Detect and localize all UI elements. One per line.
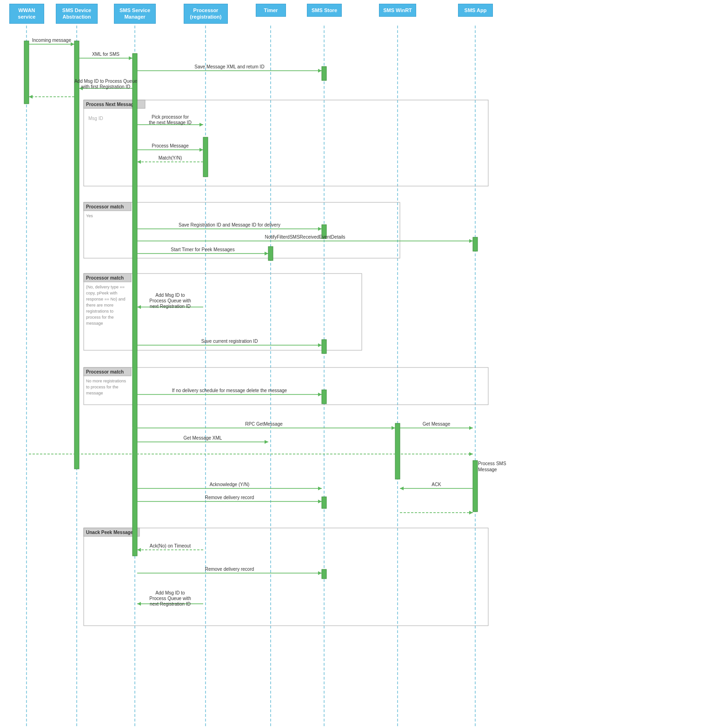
svg-text:Process Next Message: Process Next Message — [86, 102, 137, 107]
svg-text:Yes: Yes — [86, 214, 93, 218]
svg-text:If no delivery schedule for me: If no delivery schedule for message dele… — [172, 388, 287, 393]
svg-text:process for the: process for the — [86, 315, 114, 320]
svg-rect-37 — [203, 137, 208, 177]
actor-sms_store: SMS Store — [307, 4, 342, 17]
svg-text:Get Message: Get Message — [423, 421, 451, 427]
svg-text:Get Message XML: Get Message XML — [184, 435, 222, 441]
svg-text:Msg ID: Msg ID — [88, 116, 103, 121]
svg-text:Process Message: Process Message — [152, 143, 189, 148]
svg-text:(No, delivery type ==: (No, delivery type == — [86, 285, 125, 289]
svg-marker-103 — [469, 452, 473, 456]
svg-marker-91 — [318, 393, 322, 396]
svg-text:Save Message XML and return ID: Save Message XML and return ID — [194, 64, 264, 69]
svg-rect-39 — [322, 67, 326, 80]
svg-text:RPC GetMessage: RPC GetMessage — [245, 421, 283, 427]
svg-rect-8 — [84, 100, 488, 186]
svg-text:message: message — [86, 391, 103, 395]
svg-text:NotifyFilterdSMSReceivedEventD: NotifyFilterdSMSReceivedEventDetails — [265, 234, 345, 240]
svg-text:to process for the: to process for the — [86, 385, 119, 389]
svg-text:Remove delivery record: Remove delivery record — [205, 495, 254, 500]
svg-rect-36 — [133, 53, 137, 556]
svg-text:Remove delivery record: Remove delivery record — [205, 567, 254, 572]
svg-text:Processor match: Processor match — [86, 204, 124, 209]
svg-text:Start Timer for Peek Messages: Start Timer for Peek Messages — [171, 247, 234, 252]
svg-marker-97 — [469, 426, 473, 430]
svg-text:Pick processor for: Pick processor for — [152, 114, 189, 120]
svg-rect-15 — [84, 274, 362, 350]
svg-rect-38 — [268, 247, 273, 260]
svg-rect-16 — [84, 274, 131, 282]
svg-marker-122 — [137, 602, 141, 606]
svg-text:Process Queue with: Process Queue with — [149, 596, 191, 601]
svg-text:Save current registration ID: Save current registration ID — [201, 339, 258, 344]
svg-rect-46 — [473, 237, 478, 251]
svg-text:Acknowledge (Y/N): Acknowledge (Y/N) — [210, 482, 250, 487]
svg-marker-111 — [318, 500, 322, 503]
svg-text:No more registrations: No more registrations — [86, 379, 126, 383]
svg-text:Incoming message: Incoming message — [32, 38, 71, 43]
svg-text:the next Message ID: the next Message ID — [149, 120, 192, 125]
svg-rect-42 — [322, 390, 326, 404]
svg-marker-105 — [318, 487, 322, 490]
svg-marker-55 — [318, 69, 322, 73]
actor-timer: Timer — [256, 4, 286, 17]
svg-rect-32 — [84, 528, 139, 536]
svg-marker-94 — [392, 426, 395, 430]
svg-text:message: message — [86, 321, 103, 326]
actor-sms_device: SMS Device Abstraction — [56, 4, 98, 24]
svg-text:Message: Message — [478, 467, 497, 472]
svg-text:Process Queue with: Process Queue with — [149, 298, 191, 303]
svg-text:next Registration ID: next Registration ID — [150, 601, 191, 607]
svg-text:response == No) and: response == No) and — [86, 297, 126, 301]
svg-rect-26 — [84, 367, 131, 376]
svg-rect-45 — [395, 423, 400, 479]
svg-text:next Registration ID: next Registration ID — [150, 304, 191, 309]
svg-text:Add Msg ID to: Add Msg ID to — [155, 293, 185, 298]
svg-marker-80 — [265, 252, 268, 255]
svg-marker-77 — [469, 239, 473, 243]
svg-text:Match(Y/N): Match(Y/N) — [159, 155, 182, 160]
svg-marker-52 — [129, 56, 133, 60]
svg-text:Processor match: Processor match — [86, 275, 124, 281]
svg-marker-88 — [318, 343, 322, 347]
svg-marker-62 — [29, 95, 33, 99]
diagram-container: Process Next MessageProcessor matchYesPr… — [0, 0, 704, 728]
svg-rect-41 — [322, 340, 326, 354]
svg-marker-49 — [71, 42, 74, 46]
svg-rect-44 — [322, 569, 326, 579]
actor-processor: Processor (registration) — [184, 4, 228, 24]
svg-text:Process SMS: Process SMS — [478, 461, 506, 466]
svg-marker-58 — [79, 87, 83, 90]
actor-wwan: WWAN service — [9, 4, 44, 24]
svg-rect-34 — [24, 41, 29, 104]
svg-marker-119 — [318, 571, 322, 575]
svg-text:Save Registration ID and Messa: Save Registration ID and Message ID for … — [179, 222, 280, 227]
actor-sms_winrt: SMS WinRT — [379, 4, 416, 17]
actor-sms_app: SMS App — [458, 4, 493, 17]
svg-rect-9 — [84, 100, 145, 108]
svg-text:XML for SMS: XML for SMS — [92, 52, 120, 57]
svg-text:Ack(No) on Timeout: Ack(No) on Timeout — [150, 543, 191, 548]
svg-marker-108 — [400, 487, 404, 490]
svg-text:Add Msg ID to: Add Msg ID to — [155, 590, 185, 595]
svg-rect-31 — [84, 528, 488, 626]
svg-text:Processor match: Processor match — [86, 369, 124, 374]
svg-marker-74 — [318, 227, 322, 231]
svg-marker-114 — [469, 511, 473, 514]
svg-rect-35 — [74, 41, 79, 469]
svg-marker-116 — [137, 548, 141, 552]
svg-marker-71 — [137, 160, 141, 164]
svg-rect-25 — [84, 367, 488, 405]
svg-text:ACK: ACK — [432, 482, 441, 487]
svg-rect-11 — [84, 202, 400, 258]
svg-text:registrations to: registrations to — [86, 309, 113, 314]
svg-marker-100 — [265, 440, 268, 444]
svg-rect-43 — [322, 497, 326, 508]
svg-rect-12 — [84, 202, 131, 211]
svg-rect-47 — [473, 461, 478, 512]
svg-rect-40 — [322, 225, 326, 239]
svg-text:there are more: there are more — [86, 303, 113, 307]
svg-text:copy, pPeek with: copy, pPeek with — [86, 291, 117, 295]
svg-marker-68 — [199, 148, 203, 152]
actor-sms_service: SMS Service Manager — [114, 4, 156, 24]
